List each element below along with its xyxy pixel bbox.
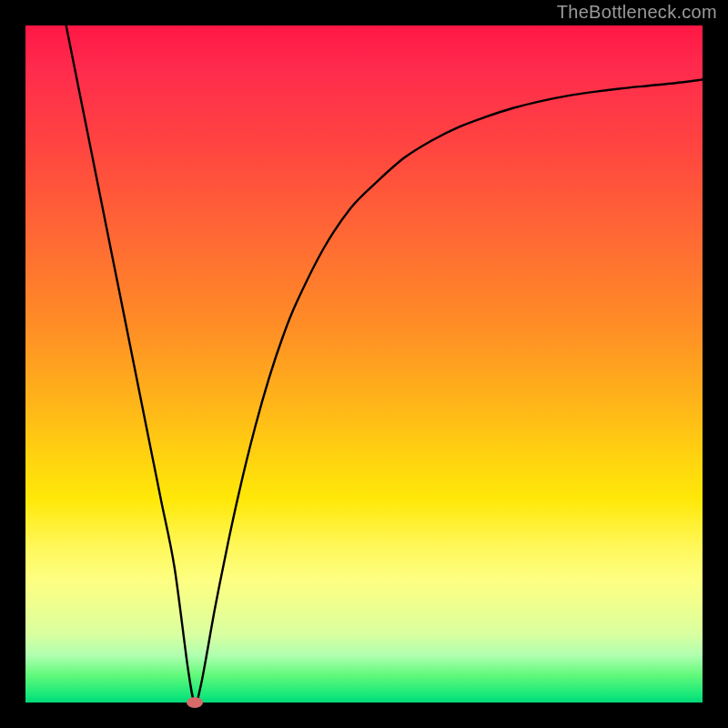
curve-svg	[25, 25, 703, 703]
optimal-point-marker	[187, 697, 203, 708]
plot-area	[25, 25, 703, 703]
watermark-text: TheBottleneck.com	[557, 2, 717, 23]
bottleneck-curve	[66, 25, 703, 703]
chart-frame: TheBottleneck.com	[0, 0, 728, 728]
